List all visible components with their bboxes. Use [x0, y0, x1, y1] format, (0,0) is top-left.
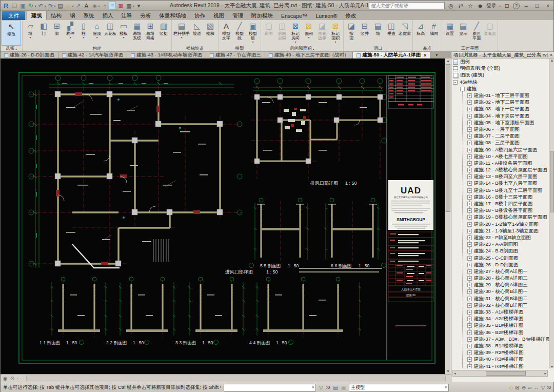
tab-enscape[interactable]: Enscape™	[277, 12, 311, 20]
tree-expander-icon[interactable]: +	[467, 154, 472, 159]
tab-manage[interactable]: 管理	[228, 12, 247, 20]
tab-addins[interactable]: 附加模块	[247, 12, 277, 20]
tree-expander-icon[interactable]: +	[467, 269, 472, 274]
doc-tab-4[interactable]: 建施-47 - 节点详图三	[206, 52, 265, 58]
model-line-button[interactable]: ╱模型 线	[233, 21, 246, 46]
doc-tab-1[interactable]: 建施-26 - D-D剖面图	[1, 52, 58, 58]
tree-item-legends[interactable]: 图例	[451, 58, 549, 65]
tree-expander-icon[interactable]: +	[467, 350, 472, 355]
tab-massing-site[interactable]: 体量和场地	[155, 12, 191, 20]
tree-item-block-46[interactable]: −46#地块	[451, 79, 549, 86]
doc-tab-5[interactable]: 建施-49 - 地下三层平面图（战时）	[265, 52, 353, 58]
scroll-down-icon[interactable]: ▼	[549, 365, 554, 368]
tree-expander-icon[interactable]: +	[467, 310, 472, 315]
tree-expander-icon[interactable]: +	[467, 208, 472, 213]
tree-item-sheet[interactable]: +建施-34 - A2#楼梯详图	[451, 316, 549, 322]
section-icon[interactable]: ◔	[101, 2, 108, 10]
sync-with-central-dropdown-icon[interactable]: ▾	[34, 4, 36, 8]
tree-expander-icon[interactable]: +	[467, 114, 472, 119]
tree-expander-icon[interactable]: +	[467, 195, 472, 200]
tree-item-sheet[interactable]: +建施-16 - B楼十三层平面图	[451, 194, 549, 201]
opening-by-face-button[interactable]: ◪按 面	[345, 21, 358, 46]
tree-item-sheet[interactable]: +建施-35 - B1#楼梯详图	[451, 322, 549, 329]
thin-lines-icon[interactable]: ≡	[109, 2, 116, 10]
select-elements-by-face-icon[interactable]: ▱	[528, 385, 532, 390]
tab-systems[interactable]: 系统	[80, 12, 98, 20]
tag-area-button[interactable]: ⊠标记 面积▾	[329, 21, 342, 46]
sync-with-central-icon[interactable]: ↻	[27, 2, 34, 10]
aligned-dimension-icon[interactable]: ↗	[74, 2, 82, 10]
help-search-input[interactable]	[369, 2, 445, 9]
ceiling-button[interactable]: ◫天花板	[104, 21, 117, 46]
tree-expander-icon[interactable]: +	[467, 297, 472, 301]
tab-modify[interactable]: 修改	[342, 12, 361, 20]
show-workplane-button[interactable]: ▤显示	[457, 21, 470, 46]
door-button[interactable]: ◧门	[37, 21, 50, 46]
tree-expander-icon[interactable]: +	[467, 276, 472, 281]
tree-expander-icon[interactable]: +	[467, 107, 472, 111]
open-icon[interactable]: ❏	[11, 2, 18, 10]
tree-expander-icon[interactable]: +	[467, 330, 472, 335]
tree-item-sheet[interactable]: +建施-07 - 二层平面图	[451, 133, 549, 140]
tree-expander-icon[interactable]: +	[467, 127, 472, 132]
default-3d-view-icon[interactable]: ◈	[91, 2, 98, 10]
measure-dropdown-icon[interactable]: ▾	[72, 4, 73, 8]
set-workplane-button[interactable]: ▦设置	[443, 21, 457, 46]
tree-expander-icon[interactable]: +	[467, 181, 472, 186]
drawing-area[interactable]: 排风口部详图 1 : 50 5-5 剖面图 1 : 50	[1, 58, 445, 374]
tree-item-sheet[interactable]: +建施-23 - A-A剖面图	[451, 241, 549, 248]
drag-elements-on-selection-icon[interactable]: ↔	[534, 385, 539, 390]
tree-expander-icon[interactable]: +	[467, 303, 472, 308]
ribbon-group-select-label[interactable]: 选择▾	[2, 46, 21, 52]
user-icon[interactable]: ☻	[477, 2, 484, 10]
vertical-opening-button[interactable]: ◫垂直	[385, 21, 398, 46]
ref-plane-button[interactable]: ╱参照 平面	[470, 21, 483, 46]
dormer-opening-button[interactable]: ◹老虎窗	[398, 21, 411, 46]
tab-view[interactable]: 视图	[209, 12, 228, 20]
doc-tab-3[interactable]: 建施-43 - 1#非机动车坡道详图	[127, 52, 206, 58]
area-button[interactable]: ⊠面积▾	[302, 21, 315, 46]
tree-expander-icon[interactable]: +	[467, 202, 472, 206]
undo-icon[interactable]: ↶	[37, 2, 44, 10]
project-browser-header[interactable]: 项目浏览器 - 太平金融大厦_建筑_已分离.rvt ×	[451, 52, 554, 58]
shaft-opening-button[interactable]: ⊟竖井	[358, 21, 371, 46]
browser-vscroll-thumb[interactable]	[550, 151, 554, 212]
revit-logo[interactable]: R	[2, 2, 10, 10]
tree-item-jianshi-group[interactable]: −建施-	[451, 86, 549, 92]
column-button[interactable]: ▯柱▾	[77, 21, 90, 46]
doc-tab-list-icon[interactable]: ▾	[436, 53, 438, 57]
curtain-grid-button[interactable]: ⊞幕墙 网格	[144, 21, 157, 46]
modify-button[interactable]: ↖修改	[2, 21, 21, 46]
tab-architecture[interactable]: 建筑	[27, 11, 47, 20]
text-icon[interactable]: A	[83, 2, 90, 10]
select-underlay-elements-icon[interactable]: ⊠	[515, 385, 519, 390]
tree-expander-icon[interactable]: +	[467, 242, 472, 247]
tree-expander-icon[interactable]: +	[467, 256, 472, 261]
doc-tab-6[interactable]: 建施-50 - 人防单元A-1详图×	[353, 52, 430, 58]
tree-expander-icon[interactable]: +	[467, 344, 472, 348]
zoom-icon[interactable]: ⊙	[10, 376, 14, 381]
store-icon[interactable]: ⊡	[503, 2, 510, 10]
search-icon[interactable]: ◎	[447, 2, 454, 10]
help-icon[interactable]: ?	[513, 3, 520, 9]
tree-item-sheet[interactable]: +建施-17 - B楼十四层平面图	[451, 201, 549, 207]
railing-button[interactable]: ▤栏杆扶手▾	[173, 21, 190, 46]
tag-room-button[interactable]: ⊠标记 房间▾	[289, 21, 302, 46]
scroll-left-icon[interactable]: ◂	[453, 371, 456, 376]
tree-expander-icon[interactable]: +	[467, 134, 472, 139]
tree-expander-icon[interactable]: +	[467, 222, 472, 227]
tree-expander-icon[interactable]: +	[467, 100, 472, 105]
level-button[interactable]: ⊿标高	[414, 21, 427, 46]
tree-item-sheet[interactable]: +建施-22 - P轴至B轴立面图	[451, 234, 549, 241]
scroll-left-icon[interactable]: ‹	[17, 376, 18, 381]
tree-item-sheets-root[interactable]: 图纸 (建筑)	[451, 72, 549, 79]
print-icon[interactable]: ▤	[56, 2, 64, 10]
favorites-icon[interactable]: ☆	[467, 2, 474, 10]
tree-expander-icon[interactable]: +	[467, 161, 472, 166]
tab-collaborate[interactable]: 协作	[190, 12, 209, 20]
tree-item-sheet[interactable]: +建施-05 - 地下室顶板平面图	[451, 120, 549, 126]
canvas-vscroll-thumb[interactable]	[446, 64, 450, 212]
scroll-up-icon[interactable]: ▲	[445, 58, 451, 64]
switch-windows-icon[interactable]: ▦	[125, 2, 132, 10]
tree-item-sheet[interactable]: +建施-09 - A楼四至六层平面图	[451, 146, 549, 153]
